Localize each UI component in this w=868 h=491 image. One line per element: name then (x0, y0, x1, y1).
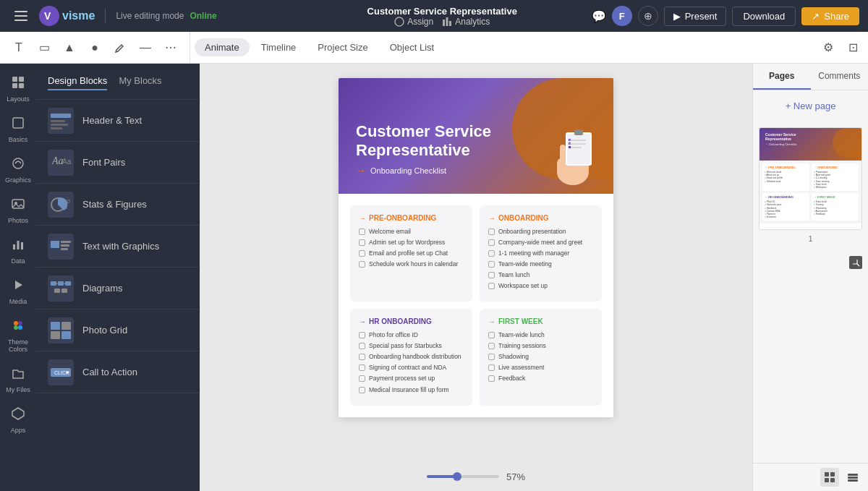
svg-rect-46 (61, 331, 71, 339)
top-bar-right: 💬 F ⊕ ▶ Present Download ↗ Share (592, 6, 859, 26)
svg-rect-32 (51, 241, 59, 248)
circle-tool[interactable]: ● (83, 36, 106, 59)
text-tool[interactable]: T (7, 36, 30, 59)
triangle-tool[interactable]: ▲ (58, 36, 81, 59)
more-tools[interactable]: ⋯ (159, 36, 182, 59)
second-row: T ▭ ▲ ● — ⋯ Animate Timeline Project Siz… (0, 32, 868, 64)
sidebar-item-data[interactable]: Data (0, 231, 36, 270)
checklist-sections: → PRE-ONBOARDING Welcome email Admin set… (339, 194, 613, 417)
onboarding-box: → ONBOARDING Onboarding presentation Com… (480, 205, 602, 302)
chat-icon[interactable]: 💬 (592, 9, 606, 23)
tab-project-size[interactable]: Project Size (307, 38, 378, 57)
tab-object-list[interactable]: Object List (380, 38, 444, 57)
design-block-text-graphics[interactable]: Text with Graphics (36, 226, 199, 268)
design-block-stats[interactable]: 40% Stats & Figures (36, 184, 199, 226)
design-block-font-pairs[interactable]: AaAa Font Pairs (36, 142, 199, 184)
menu-hamburger[interactable] (9, 5, 33, 27)
sidebar-item-apps[interactable]: Apps (0, 401, 36, 440)
myfiles-icon (11, 366, 25, 384)
layouts-icon (11, 75, 25, 93)
apps-label: Apps (11, 427, 26, 434)
page-thumb-1[interactable]: Customer ServiceRepresentative → Onboard… (759, 127, 862, 230)
new-page-button[interactable]: + New page (759, 96, 862, 116)
fw-item-3: Shadowing (488, 353, 593, 361)
media-label: Media (9, 298, 27, 305)
svg-marker-17 (15, 281, 22, 289)
assign-action[interactable]: Assign (394, 17, 433, 27)
diagrams-label: Diagrams (82, 283, 123, 294)
present-button[interactable]: ▶ Present (664, 7, 727, 26)
design-block-diagrams[interactable]: Diagrams (36, 268, 199, 309)
pre-item-3: Email and profile set up Chat (359, 249, 464, 257)
svg-rect-12 (12, 200, 24, 208)
rect-tool[interactable]: ▭ (33, 36, 56, 59)
sidebar-item-theme[interactable]: Theme Colors (0, 312, 36, 359)
pen-tool[interactable] (109, 36, 132, 59)
design-block-header-text[interactable]: Header & Text (36, 100, 199, 142)
page-number-1: 1 (759, 234, 862, 243)
zoom-bar: 57% (200, 462, 752, 491)
photo-grid-thumb (48, 317, 74, 343)
svg-rect-26 (51, 127, 62, 129)
canvas-page[interactable]: Customer Service Representative → Onboar… (339, 78, 613, 417)
fw-item-4: Live assessment (488, 364, 593, 372)
preview-icon[interactable]: ⊡ (842, 37, 864, 59)
canvas-scroll[interactable]: Customer Service Representative → Onboar… (200, 64, 752, 462)
sidebar-item-layouts[interactable]: Layouts (0, 69, 36, 108)
svg-text:40: 40 (64, 198, 70, 205)
tab-comments[interactable]: Comments (811, 64, 869, 90)
tab-timeline[interactable]: Timeline (251, 38, 307, 57)
sidebar-item-graphics[interactable]: Graphics (0, 150, 36, 189)
svg-point-18 (14, 321, 18, 325)
grid-view-button[interactable] (820, 468, 839, 487)
analytics-action[interactable]: Analytics (442, 17, 490, 27)
svg-rect-10 (13, 118, 23, 128)
expand-icon[interactable] (849, 256, 862, 269)
svg-rect-37 (58, 281, 64, 286)
pre-item-4: Schedule work hours in calendar (359, 260, 464, 268)
download-button[interactable]: Download (732, 7, 796, 26)
hr-arrow: → (359, 317, 366, 325)
theme-label: Theme Colors (3, 338, 33, 353)
tab-pages[interactable]: Pages (753, 64, 811, 90)
tab-my-blocks[interactable]: My Blocks (119, 72, 161, 90)
svg-rect-15 (17, 241, 20, 249)
design-block-cta[interactable]: CLICK Call to Action (36, 351, 199, 393)
basics-label: Basics (9, 136, 28, 143)
tab-design-blocks[interactable]: Design Blocks (48, 72, 107, 90)
photos-icon (11, 197, 25, 215)
right-panel: Pages Comments + New page Customer Servi… (752, 64, 868, 491)
media-icon (11, 278, 25, 296)
svg-rect-16 (21, 242, 23, 249)
design-block-photo-grid[interactable]: Photo Grid (36, 309, 199, 351)
zoom-handle[interactable] (453, 472, 461, 481)
top-bar-left: V visme Live editing mode Online (9, 5, 293, 27)
data-label: Data (11, 257, 25, 265)
pre-item-2: Admin set up for Wordpress (359, 239, 464, 247)
svg-text:%: % (64, 205, 68, 210)
svg-rect-41 (54, 289, 60, 293)
svg-rect-14 (13, 244, 15, 249)
sidebar-item-photos[interactable]: Photos (0, 191, 36, 230)
fw-item-1: Team-wide lunch (488, 331, 593, 339)
avatar: F (612, 6, 632, 26)
collaborators-icon[interactable]: ⊕ (638, 6, 658, 26)
line-tool[interactable]: — (134, 36, 157, 59)
svg-point-21 (18, 325, 22, 330)
cta-label: Call to Action (82, 367, 137, 377)
top-bar: V visme Live editing mode Online Custome… (0, 0, 868, 32)
ob-item-3: 1-1 meeting with manager (488, 249, 593, 257)
svg-rect-66 (830, 472, 835, 477)
share-button[interactable]: ↗ Share (801, 7, 859, 25)
list-view-button[interactable] (843, 468, 862, 487)
settings-icon[interactable]: ⚙ (817, 37, 839, 59)
sidebar-item-media[interactable]: Media (0, 272, 36, 311)
sidebar-item-basics[interactable]: Basics (0, 110, 36, 149)
onboarding-arrow: → (488, 214, 495, 222)
photos-label: Photos (8, 217, 28, 224)
tab-animate[interactable]: Animate (195, 38, 250, 56)
sidebar-item-myfiles[interactable]: My Files (0, 360, 36, 399)
svg-rect-68 (830, 478, 835, 482)
zoom-slider[interactable] (427, 475, 499, 478)
toolbar: T ▭ ▲ ● — ⋯ (0, 32, 190, 63)
